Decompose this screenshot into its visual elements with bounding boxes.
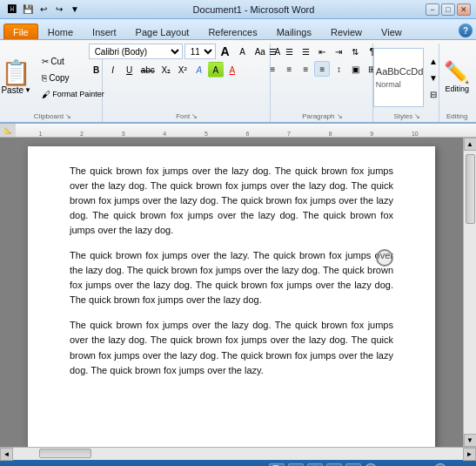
shading-button[interactable]: ▣ <box>347 61 363 77</box>
styles-nav: ▲ ▼ ⊟ <box>426 53 441 102</box>
ruler-marks: 1 2 3 4 5 6 7 8 9 10 <box>16 124 476 137</box>
tab-file[interactable]: File <box>3 24 38 39</box>
align-right-button[interactable]: ≡ <box>298 61 313 77</box>
styles-more-button[interactable]: ⊟ <box>426 86 441 102</box>
clipboard-expand-icon[interactable]: ↘ <box>65 112 71 120</box>
scroll-up-arrow[interactable]: ▲ <box>464 138 477 151</box>
title-bar: 🆆 💾 ↩ ↪ ▼ Document1 - Microsoft Word − □… <box>0 0 476 19</box>
document-view[interactable]: The quick brown fox jumps over the lazy … <box>0 138 463 447</box>
tab-insert[interactable]: Insert <box>83 24 126 39</box>
font-family-select[interactable]: Calibri (Body) <box>89 44 183 59</box>
scroll-h-track[interactable] <box>13 448 463 460</box>
paragraph-expand-icon[interactable]: ↘ <box>337 112 343 120</box>
styles-scroll-down[interactable]: ▼ <box>426 70 441 85</box>
italic-button[interactable]: I <box>105 62 121 78</box>
normal-style-preview: AaBbCcDd <box>376 66 421 77</box>
clipboard-label: Clipboard ↘ <box>9 112 97 120</box>
text-highlight-button[interactable]: A <box>208 62 224 78</box>
ruler: 📐 1 2 3 4 5 6 7 8 9 10 <box>0 124 476 138</box>
tab-review[interactable]: Review <box>321 24 372 39</box>
document-page[interactable]: The quick brown fox jumps over the lazy … <box>28 146 435 447</box>
scroll-down-arrow[interactable]: ▼ <box>464 434 477 447</box>
tab-home[interactable]: Home <box>38 24 83 39</box>
scroll-left-arrow[interactable]: ◄ <box>0 448 13 461</box>
styles-scroll-up[interactable]: ▲ <box>426 53 441 69</box>
underline-button[interactable]: U <box>122 62 137 78</box>
font-content: Calibri (Body) 11 A A Aa A B I U abc X₂ … <box>89 44 285 111</box>
quick-access-dropdown[interactable]: ▼ <box>68 3 82 17</box>
font-group: Calibri (Body) 11 A A Aa A B I U abc X₂ … <box>104 44 271 122</box>
font-expand-icon[interactable]: ↘ <box>191 112 198 120</box>
sort-button[interactable]: ⇅ <box>347 44 363 59</box>
normal-style-label: Normal <box>376 80 421 89</box>
close-button[interactable]: ✕ <box>457 3 471 16</box>
tab-view[interactable]: View <box>372 24 412 39</box>
help-button[interactable]: ? <box>459 24 473 37</box>
paste-dropdown-arrow[interactable]: ▼ <box>24 86 31 94</box>
editing-icon: ✏️ <box>444 62 470 83</box>
strikethrough-button[interactable]: abc <box>138 62 158 78</box>
ruler-body[interactable]: 1 2 3 4 5 6 7 8 9 10 <box>16 124 476 137</box>
editing-col: ✏️ Editing <box>444 62 470 93</box>
paragraph-2[interactable]: The quick brown fox jumps over the lazy.… <box>70 248 393 307</box>
tab-references[interactable]: References <box>198 24 266 39</box>
paste-label: Paste <box>1 85 23 95</box>
window-title: Document1 - Microsoft Word <box>82 4 426 15</box>
multilevel-button[interactable]: ☰ <box>298 44 313 59</box>
paste-icon: 📋 <box>1 61 31 85</box>
scroll-thumb[interactable] <box>466 154 475 224</box>
decrease-indent-button[interactable]: ⇤ <box>314 44 330 59</box>
scroll-track[interactable] <box>464 151 476 434</box>
word-icon[interactable]: 🆆 <box>5 3 19 17</box>
minimize-button[interactable]: − <box>426 3 439 16</box>
redo-quick-btn[interactable]: ↪ <box>52 3 66 17</box>
editing-label-text: Editing <box>445 84 469 93</box>
superscript-button[interactable]: X² <box>175 62 191 78</box>
styles-group: AaBbCcDd Normal ▲ ▼ ⊟ Styles ↘ <box>375 44 439 122</box>
font-format-row: B I U abc X₂ X² A A A <box>89 62 240 78</box>
quick-access-toolbar: 🆆 💾 ↩ ↪ ▼ <box>5 3 82 17</box>
paste-button[interactable]: 📋 Paste ▼ <box>0 58 36 98</box>
maximize-button[interactable]: □ <box>441 3 455 16</box>
shrink-font-button[interactable]: A <box>235 44 251 59</box>
styles-expand-icon[interactable]: ↘ <box>414 112 420 120</box>
styles-label: Styles ↘ <box>380 112 433 120</box>
text-effects-button[interactable]: A <box>191 62 207 78</box>
center-button[interactable]: ≡ <box>281 61 297 77</box>
styles-gallery[interactable]: AaBbCcDd Normal <box>373 48 424 107</box>
justify-button[interactable]: ≡ <box>314 61 330 77</box>
horizontal-scrollbar: ◄ ► <box>0 447 476 460</box>
content-area: The quick brown fox jumps over the lazy … <box>0 138 476 447</box>
vertical-scrollbar: ▲ ▼ <box>463 138 476 447</box>
align-left-button[interactable]: ≡ <box>265 61 280 77</box>
ruler-left-corner[interactable]: 📐 <box>0 124 16 137</box>
paragraph-1[interactable]: The quick brown fox jumps over the lazy … <box>70 164 393 238</box>
tab-page-layout[interactable]: Page Layout <box>126 24 199 39</box>
font-label: Font ↘ <box>110 112 265 120</box>
save-quick-btn[interactable]: 💾 <box>21 3 35 17</box>
window-controls: − □ ✕ <box>426 3 471 16</box>
editing-label: Editing <box>446 112 467 120</box>
increase-indent-button[interactable]: ⇥ <box>331 44 346 59</box>
editing-content: ✏️ Editing <box>444 44 470 111</box>
hover-indicator <box>376 249 393 267</box>
subscript-button[interactable]: X₂ <box>158 62 174 78</box>
numbering-button[interactable]: ☰ <box>281 44 297 59</box>
bullets-button[interactable]: ☰ <box>265 44 280 59</box>
tab-mailings[interactable]: Mailings <box>267 24 321 39</box>
editing-group: ✏️ Editing Editing <box>441 44 473 122</box>
font-selector-row: Calibri (Body) 11 A A Aa A <box>89 44 285 59</box>
ribbon-body: 📋 Paste ▼ ✂Cut ⎘Copy 🖌Format Painter Cli… <box>0 40 476 124</box>
grow-font-button[interactable]: A <box>218 44 233 59</box>
paragraph-label: Paragraph ↘ <box>278 112 368 120</box>
bold-button[interactable]: B <box>89 62 104 78</box>
cut-icon: ✂ <box>42 57 49 66</box>
scroll-h-thumb[interactable] <box>39 449 91 458</box>
undo-quick-btn[interactable]: ↩ <box>37 3 50 17</box>
font-color-button[interactable]: A <box>225 62 240 78</box>
scroll-right-arrow[interactable]: ► <box>463 448 476 461</box>
paragraph-row1: ☰ ☰ ☰ ⇤ ⇥ ⇅ ¶ <box>265 44 379 59</box>
font-size-select[interactable]: 11 <box>184 44 216 59</box>
paragraph-3[interactable]: The quick brown fox jumps over the lazy … <box>70 318 393 377</box>
line-spacing-button[interactable]: ↕ <box>331 61 346 77</box>
